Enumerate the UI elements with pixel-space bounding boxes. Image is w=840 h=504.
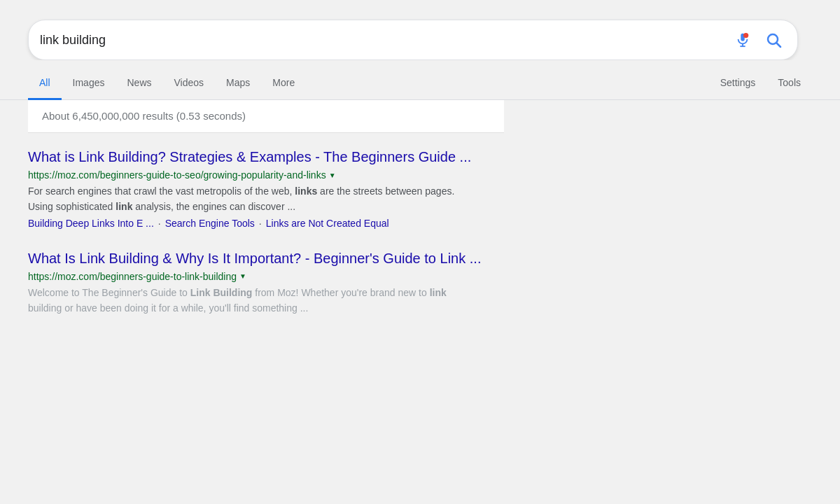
nav-right: Settings Tools	[709, 70, 812, 99]
results-count-text: About 6,450,000,000 results (0.53 second…	[42, 110, 246, 122]
result-item: What is Link Building? Strategies & Exam…	[28, 147, 588, 229]
results-area: About 6,450,000,000 results (0.53 second…	[0, 100, 840, 350]
tab-all[interactable]: All	[28, 70, 62, 100]
sitelink-deep-links[interactable]: Building Deep Links Into E ...	[28, 218, 154, 229]
tab-videos[interactable]: Videos	[163, 70, 216, 100]
page-wrapper: All Images News Videos Maps More Setting…	[0, 0, 840, 504]
tab-maps[interactable]: Maps	[215, 70, 261, 100]
microphone-icon[interactable]	[733, 30, 752, 50]
url-dropdown-icon-2[interactable]: ▼	[239, 272, 246, 280]
sitelink-links-not-equal[interactable]: Links are Not Created Equal	[266, 218, 389, 229]
tab-news[interactable]: News	[115, 70, 162, 100]
search-bar-container	[28, 20, 798, 60]
search-icons	[733, 27, 786, 52]
svg-point-3	[743, 33, 748, 38]
url-dropdown-icon[interactable]: ▼	[329, 172, 336, 179]
search-bar-area	[0, 0, 840, 60]
result-title[interactable]: What is Link Building? Strategies & Exam…	[28, 147, 588, 167]
tab-tools[interactable]: Tools	[766, 70, 812, 100]
svg-line-5	[777, 43, 781, 48]
result-title-2[interactable]: What Is Link Building & Why Is It Import…	[28, 248, 588, 268]
result-sitelinks: Building Deep Links Into E ... · Search …	[28, 218, 588, 229]
search-results: What is Link Building? Strategies & Exam…	[28, 133, 812, 350]
result-url-container: https://moz.com/beginners-guide-to-seo/g…	[28, 169, 588, 181]
search-icon[interactable]	[761, 27, 786, 52]
sitelink-sep-2: ·	[259, 218, 262, 229]
tab-more[interactable]: More	[261, 70, 306, 100]
nav-left: All Images News Videos Maps More	[28, 70, 709, 99]
result-snippet-2: Welcome to The Beginner's Guide to Link …	[28, 285, 588, 316]
search-input[interactable]	[40, 33, 733, 48]
tab-settings[interactable]: Settings	[709, 70, 767, 100]
result-snippet: For search engines that crawl the vast m…	[28, 183, 588, 215]
result-url-container-2: https://moz.com/beginners-guide-to-link-…	[28, 271, 588, 282]
result-url[interactable]: https://moz.com/beginners-guide-to-seo/g…	[28, 169, 326, 181]
tab-images[interactable]: Images	[62, 70, 116, 100]
sitelink-search-engine-tools[interactable]: Search Engine Tools	[165, 218, 255, 229]
result-url-2[interactable]: https://moz.com/beginners-guide-to-link-…	[28, 271, 237, 282]
sitelink-sep-1: ·	[158, 218, 161, 229]
nav-tabs: All Images News Videos Maps More Setting…	[0, 60, 840, 100]
result-item: What Is Link Building & Why Is It Import…	[28, 248, 588, 316]
results-count-bar: About 6,450,000,000 results (0.53 second…	[28, 100, 504, 133]
